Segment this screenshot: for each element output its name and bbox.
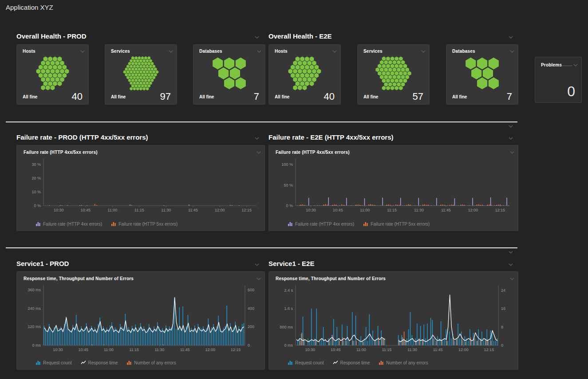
legend-item[interactable]: Request count <box>36 360 72 365</box>
legend-item[interactable]: Failure rate (HTTP 5xx errors) <box>111 221 178 227</box>
svg-text:0 %: 0 % <box>34 203 41 208</box>
svg-text:10:30: 10:30 <box>53 348 63 352</box>
tile-title: Databases <box>199 49 222 54</box>
svg-text:10:45: 10:45 <box>78 348 88 352</box>
svg-text:11:45: 11:45 <box>180 348 190 352</box>
legend-label: Request count <box>43 360 72 365</box>
chevron-down-icon[interactable] <box>507 135 514 142</box>
failure-rate-e2e-chart[interactable]: 100 %50 %0 %10:3010:4511:0011:1511:3011:… <box>272 157 514 215</box>
chart-tile-failure-e2e[interactable]: Failure rate (HTTP 4xx/5xx errors) 100 %… <box>268 145 518 231</box>
svg-text:11:00: 11:00 <box>107 208 117 212</box>
chevron-down-icon[interactable] <box>79 48 86 55</box>
health-tile-services-e2e[interactable]: Services All fine 57 <box>357 44 430 105</box>
status-label: All fine <box>452 94 467 99</box>
line-series-icon <box>333 360 338 365</box>
legend-label: Failure rate (HTTP 4xx errors) <box>43 222 102 227</box>
svg-text:120 ms: 120 ms <box>28 324 41 329</box>
tile-title: Databases <box>452 49 475 54</box>
chevron-down-icon[interactable] <box>507 261 514 268</box>
chevron-down-icon[interactable] <box>509 149 516 156</box>
svg-text:240 ms: 240 ms <box>28 306 41 311</box>
failure-rate-prod-chart[interactable]: 30 %20 %10 %0 %10:3010:4511:0011:1511:30… <box>20 157 261 215</box>
chart-tile-service-e2e[interactable]: Response time, Throughput and Number of … <box>268 271 518 370</box>
svg-text:0 %: 0 % <box>286 203 293 208</box>
entity-count: 57 <box>413 91 423 102</box>
svg-text:10:30: 10:30 <box>54 208 64 212</box>
svg-text:24: 24 <box>501 288 505 293</box>
chevron-down-icon[interactable] <box>507 249 514 256</box>
section-title-service-e2e: Service1 - E2E <box>268 260 314 267</box>
health-tile-hosts-prod[interactable]: Hosts All fine 40 <box>16 44 89 105</box>
health-tile-databases-prod[interactable]: Databases All fine 7 <box>193 44 265 105</box>
chevron-down-icon[interactable] <box>507 34 514 41</box>
problems-sparkline <box>561 66 572 66</box>
svg-text:10:45: 10:45 <box>333 208 343 212</box>
legend-item[interactable]: Failure rate (HTTP 4xx errors) <box>36 221 102 227</box>
tile-title: Services <box>363 49 383 54</box>
svg-text:11:30: 11:30 <box>414 208 424 212</box>
chevron-down-icon[interactable] <box>253 34 260 41</box>
chevron-down-icon[interactable] <box>253 261 260 268</box>
legend-item[interactable]: Number of any errors <box>126 360 176 365</box>
health-tile-databases-e2e[interactable]: Databases All fine 7 <box>446 44 518 105</box>
chevron-down-icon[interactable] <box>253 135 260 142</box>
chevron-down-icon[interactable] <box>507 123 514 130</box>
health-tile-services-prod[interactable]: Services All fine 97 <box>105 44 177 105</box>
chart-title: Failure rate (HTTP 4xx/5xx errors) <box>24 150 98 155</box>
bar-series-icon <box>379 360 384 365</box>
chart-title: Response time, Throughput and Number of … <box>24 276 134 281</box>
page-title: Application XYZ <box>6 4 53 11</box>
legend-item[interactable]: Failure rate (HTTP 5xx errors) <box>363 221 430 227</box>
problems-tile[interactable]: Problems 0 <box>535 57 582 103</box>
svg-text:12:15: 12:15 <box>242 208 252 212</box>
status-label: All fine <box>111 94 126 99</box>
chevron-down-icon[interactable] <box>167 48 174 55</box>
svg-text:50 %: 50 % <box>284 183 293 188</box>
svg-text:600: 600 <box>248 288 254 292</box>
honeycomb <box>273 56 336 91</box>
chevron-down-icon[interactable] <box>509 48 516 55</box>
chevron-down-icon[interactable] <box>331 48 338 55</box>
svg-text:10 %: 10 % <box>32 190 41 194</box>
legend-item[interactable]: Request count <box>288 360 324 365</box>
svg-text:11:15: 11:15 <box>129 348 139 352</box>
bar-series-icon <box>288 360 293 365</box>
legend-item[interactable]: Number of any errors <box>379 360 428 365</box>
chevron-down-icon[interactable] <box>572 62 579 69</box>
chevron-down-icon[interactable] <box>420 48 427 55</box>
svg-text:0: 0 <box>248 343 250 348</box>
chevron-down-icon[interactable] <box>256 48 263 55</box>
status-label: All fine <box>23 94 37 99</box>
svg-text:0: 0 <box>501 343 503 348</box>
chart-tile-service-prod[interactable]: Response time, Throughput and Number of … <box>16 271 265 370</box>
svg-text:12:00: 12:00 <box>205 348 216 352</box>
legend-item[interactable]: Failure rate (HTTP 4xx errors) <box>288 221 354 227</box>
service-e2e-chart[interactable]: 2.4 s1.6 s800 ms0 ms24168010:3010:4511:0… <box>272 283 514 354</box>
bar-series-icon <box>126 360 132 365</box>
line-series-icon <box>81 360 86 365</box>
svg-text:1.6 s: 1.6 s <box>284 306 293 311</box>
entity-count: 40 <box>72 91 83 102</box>
bar-series-icon <box>36 221 41 227</box>
bar-series-icon <box>36 360 41 365</box>
health-tile-hosts-e2e[interactable]: Hosts All fine 40 <box>268 44 341 105</box>
chevron-down-icon[interactable] <box>255 149 262 156</box>
svg-text:12:00: 12:00 <box>468 208 478 212</box>
status-label: All fine <box>363 94 378 99</box>
honeycomb <box>362 56 425 91</box>
legend-item[interactable]: Response time <box>81 360 118 365</box>
chart-tile-failure-prod[interactable]: Failure rate (HTTP 4xx/5xx errors) 30 %2… <box>16 145 265 231</box>
tile-title: Hosts <box>23 49 36 54</box>
legend-item[interactable]: Response time <box>333 360 370 365</box>
svg-text:11:45: 11:45 <box>188 208 198 212</box>
honeycomb <box>451 56 513 91</box>
service-prod-chart[interactable]: 360 ms240 ms120 ms0 ms600400200010:3010:… <box>20 283 261 354</box>
svg-text:400: 400 <box>248 306 254 311</box>
legend-label: Number of any errors <box>134 360 176 365</box>
svg-text:2.4 s: 2.4 s <box>284 288 293 293</box>
tile-title: Hosts <box>275 49 288 54</box>
chart-legend: Request countResponse timeNumber of any … <box>36 360 176 365</box>
chevron-down-icon[interactable] <box>255 275 262 282</box>
chevron-down-icon[interactable] <box>509 275 516 282</box>
chart-legend: Failure rate (HTTP 4xx errors)Failure ra… <box>36 221 178 227</box>
